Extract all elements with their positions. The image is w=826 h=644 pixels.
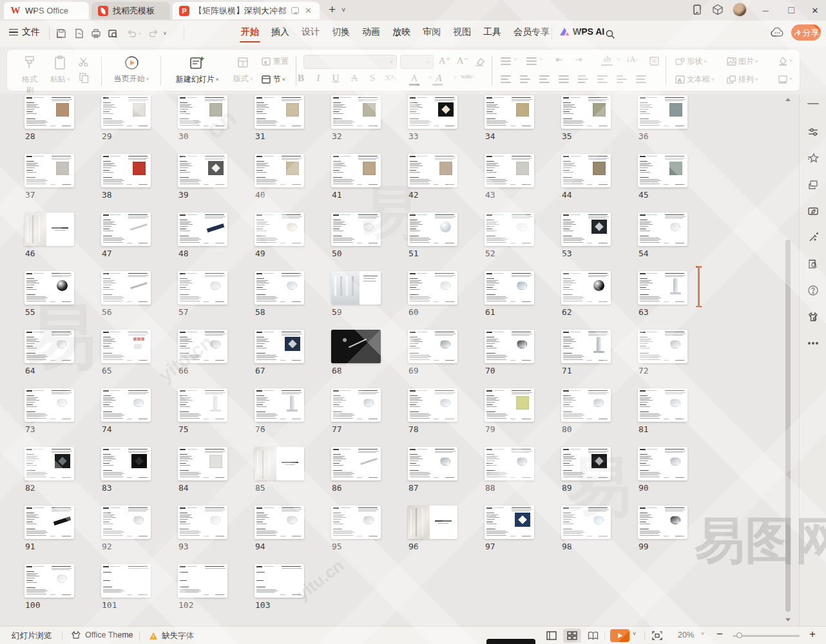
reading-view-button[interactable] [584, 629, 602, 643]
align-icon-2[interactable] [539, 75, 550, 83]
slide-thumbnail-83[interactable] [101, 447, 151, 480]
menu-插入[interactable]: 插入 [269, 26, 292, 38]
zoom-caret[interactable]: ˅ [701, 630, 704, 637]
fill-color-button[interactable]: ˅ [778, 56, 792, 66]
slide-thumbnail-102[interactable] [178, 564, 227, 598]
superscript-button[interactable]: X²˅ [383, 73, 398, 83]
slide-thumbnail-87[interactable] [408, 447, 457, 480]
avatar[interactable] [733, 3, 747, 17]
align-icon-6[interactable] [617, 75, 627, 83]
slide-thumbnail-90[interactable] [638, 447, 687, 480]
clear-format-icon[interactable] [474, 57, 485, 70]
slide-thumbnail-33[interactable] [408, 95, 457, 129]
strikethrough-button[interactable]: A [347, 73, 361, 84]
slide-thumbnail-75[interactable] [178, 388, 227, 422]
bold-button[interactable]: B [294, 73, 308, 84]
slide-thumbnail-76[interactable] [255, 388, 304, 422]
maximize-button[interactable]: ☐ [778, 0, 804, 21]
minimize-button[interactable]: ─ [753, 0, 778, 21]
slide-thumbnail-73[interactable] [24, 388, 74, 422]
assistant-cloud-icon[interactable] [771, 27, 784, 41]
slide-thumbnail-52[interactable] [485, 213, 534, 246]
underline-button[interactable]: U [329, 73, 343, 84]
help-icon[interactable] [806, 283, 820, 298]
bullet-list-icon[interactable] [501, 57, 511, 65]
slide-thumbnail-66[interactable] [178, 330, 227, 363]
magic-wand-icon[interactable] [806, 231, 820, 245]
normal-view-button[interactable] [543, 629, 561, 643]
paragraph-layout-icon[interactable] [649, 56, 660, 69]
slide-thumbnail-61[interactable] [485, 271, 534, 305]
align-icon-7[interactable] [636, 75, 646, 83]
slide-thumbnail-51[interactable] [408, 213, 457, 246]
align-icon-1[interactable] [520, 75, 530, 83]
play-caret[interactable]: ˅ [633, 630, 636, 637]
slide-thumbnail-39[interactable] [178, 154, 227, 187]
slide-thumbnail-89[interactable] [561, 447, 611, 480]
font-family-select[interactable]: ˅ [303, 55, 397, 69]
slide-thumbnail-98[interactable] [561, 506, 611, 539]
font-color-button[interactable]: A [409, 73, 419, 86]
slide-thumbnail-34[interactable] [485, 95, 534, 129]
slide-thumbnail-99[interactable] [638, 506, 687, 539]
save-icon[interactable] [54, 26, 68, 41]
zoom-level[interactable]: 20% [678, 630, 694, 639]
picture-button[interactable]: 图片˅ [726, 56, 758, 67]
slide-thumbnail-67[interactable] [255, 330, 304, 363]
slideshow-play-button[interactable] [610, 629, 629, 642]
slide-thumbnail-32[interactable] [331, 95, 381, 129]
slide-thumbnail-82[interactable] [24, 447, 74, 480]
increase-font-icon[interactable]: A⁺ [437, 55, 452, 66]
menu-放映[interactable]: 放映 [390, 26, 413, 38]
device-sync-icon[interactable] [691, 3, 704, 19]
slide-thumbnail-38[interactable] [101, 154, 151, 187]
align-icon-4[interactable] [578, 75, 588, 83]
slide-thumbnail-44[interactable] [561, 154, 611, 187]
view-mode-label[interactable]: 幻灯片浏览 [12, 630, 52, 641]
slide-thumbnail-84[interactable] [178, 447, 227, 480]
slide-thumbnail-59[interactable] [331, 271, 381, 305]
align-icon-3[interactable] [559, 75, 569, 83]
menu-会员专享[interactable]: 会员专享 [511, 26, 552, 38]
slide-thumbnail-88[interactable] [485, 447, 534, 480]
redo-caret[interactable]: ˅ [161, 26, 169, 41]
font-size-select[interactable]: ˅ [400, 55, 434, 69]
align-icon-5[interactable] [597, 75, 608, 83]
slide-thumbnail-30[interactable] [178, 95, 227, 129]
slide-thumbnail-71[interactable] [561, 330, 611, 363]
slide-thumbnail-97[interactable] [485, 506, 534, 539]
slide-thumbnail-81[interactable] [638, 388, 687, 422]
arrange-button[interactable]: 排列˅ [726, 74, 758, 85]
close-button[interactable]: ✕ [804, 0, 826, 21]
slide-thumbnail-49[interactable] [255, 213, 304, 246]
slide-thumbnail-60[interactable] [408, 271, 457, 305]
reset-button[interactable]: 重置 [261, 56, 289, 67]
zoom-slider-thumb[interactable] [736, 632, 742, 638]
effects-star-icon[interactable] [806, 151, 820, 166]
share-button[interactable]: 分享 [791, 24, 821, 41]
tab-document[interactable]: P 【矩阵纵横】深圳大冲都市花 ✕ [173, 2, 320, 19]
slide-thumbnail-68[interactable] [331, 330, 381, 363]
undo-caret[interactable]: ˅ [137, 26, 143, 41]
slide-thumbnail-48[interactable] [178, 213, 227, 246]
zoom-out-button[interactable]: − [716, 628, 723, 641]
zoom-slider-track[interactable] [733, 635, 800, 637]
format-painter-button[interactable]: 格式刷 [19, 55, 41, 96]
slide-thumbnail-72[interactable] [638, 330, 687, 363]
tab-docer-templates[interactable]: 找稻壳模板 [91, 2, 170, 19]
increase-indent-icon[interactable]: ⇥ [571, 55, 586, 65]
play-from-current-button[interactable]: 当页开始˅ [110, 55, 153, 84]
slide-thumbnail-101[interactable] [101, 564, 151, 598]
slide-thumbnail-35[interactable] [561, 95, 611, 129]
print-preview-icon[interactable] [106, 26, 120, 41]
italic-button[interactable]: I [311, 73, 325, 84]
fit-window-icon[interactable] [652, 631, 662, 642]
slide-thumbnail-57[interactable] [178, 271, 227, 305]
slide-thumbnail-79[interactable] [485, 388, 534, 422]
menu-审阅[interactable]: 审阅 [420, 26, 443, 38]
new-tab-button[interactable]: + [329, 3, 336, 17]
slide-thumbnail-40[interactable] [255, 154, 304, 187]
tab-list-caret[interactable]: ˅ [341, 6, 345, 14]
theme-button[interactable]: Office Theme [71, 630, 133, 639]
numbered-caret[interactable]: ˅ [538, 56, 544, 62]
